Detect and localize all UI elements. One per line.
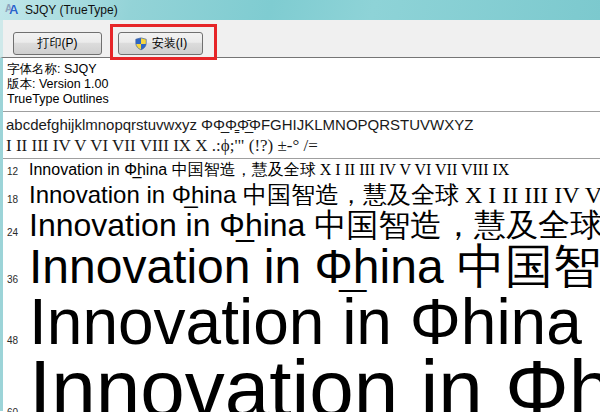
glyph-sample-line-1: abcdefghijklmnopqrstuvwxyz ΦΦ̲Φ̳Φ̲̄ΦFGHI…	[6, 114, 600, 135]
preview-text-cjk: 中国智造，慧及全球	[314, 208, 600, 242]
font-preview-row: 18Innovation in Φ̲hina 中国智造，慧及全球 X I II …	[3, 181, 600, 208]
toolbar: 打印(P) 安装(I)	[0, 20, 600, 58]
font-size-label: 12	[3, 161, 29, 181]
install-button[interactable]: 安装(I)	[118, 32, 203, 55]
font-preview-row: 48Innovation in Φ̲hina 中国智造，慧及全球 X I II …	[3, 292, 600, 352]
font-preview-row: 60Innovation in Φ̲hina 中国智造，慧及全球 X I II …	[3, 352, 600, 412]
font-outline-line: TrueType Outlines	[7, 92, 600, 107]
install-button-label: 安装(I)	[152, 35, 187, 52]
preview-text-numerals: X I II III IV V VI VII VIII IX	[465, 182, 600, 208]
font-preview-row: 12Innovation in Φ̲hina 中国智造，慧及全球 X I II …	[3, 159, 600, 181]
glyph-samples-panel: abcdefghijklmnopqrstuvwxyz ΦΦ̲Φ̳Φ̲̄ΦFGHI…	[3, 112, 600, 159]
font-size-label: 24	[3, 216, 29, 242]
preview-rows: 12Innovation in Φ̲hina 中国智造，慧及全球 X I II …	[3, 159, 600, 412]
uac-shield-icon	[134, 37, 148, 51]
font-viewer-icon: A A	[5, 3, 20, 17]
preview-text-latin: Innovation in Φ̲hina	[29, 242, 457, 292]
font-name-line: 字体名称: SJQY	[7, 62, 600, 77]
font-size-label: 60	[3, 376, 29, 412]
font-preview-row: 36Innovation in Φ̲hina 中国智造，慧及全球 X I II …	[3, 242, 600, 292]
window-title: SJQY (TrueType)	[25, 3, 118, 17]
preview-text-latin: Innovation in Φ̲hina	[29, 208, 314, 242]
font-size-label: 36	[3, 255, 29, 292]
font-preview-row: 24Innovation in Φ̲hina 中国智造，慧及全球 X I II …	[3, 208, 600, 242]
preview-text-cjk: 中国智造，慧及全球	[457, 242, 600, 292]
preview-text-numerals: X I II III IV V VI VII VIII IX	[320, 161, 510, 178]
print-button[interactable]: 打印(P)	[13, 32, 102, 55]
preview-text-latin: Innovation in Φ̲hina	[29, 161, 172, 178]
preview-text-cjk: 中国智造，慧及全球	[243, 182, 465, 208]
print-button-label: 打印(P)	[38, 35, 78, 52]
font-info-panel: 字体名称: SJQY 版本: Version 1.00 TrueType Out…	[3, 58, 600, 112]
glyph-sample-line-2: I II III IV V VI VII VIII IX X .:ϕ;'" (!…	[6, 135, 600, 157]
font-version-line: 版本: Version 1.00	[7, 77, 600, 92]
preview-text-cjk: 中国智造，慧及全球	[172, 161, 320, 178]
content-area: 字体名称: SJQY 版本: Version 1.00 TrueType Out…	[0, 58, 600, 411]
preview-text-latin: Innovation in Φ̲hina	[29, 181, 243, 208]
font-size-label: 18	[3, 186, 29, 208]
preview-text-latin: Innovation in Φ̲hina	[29, 352, 600, 412]
font-viewer-window: A A SJQY (TrueType) 打印(P) 安装(I)	[0, 0, 600, 412]
font-size-label: 48	[3, 311, 29, 352]
preview-text-latin: Innovation in Φ̲hina	[29, 292, 600, 352]
titlebar: A A SJQY (TrueType)	[0, 0, 600, 20]
